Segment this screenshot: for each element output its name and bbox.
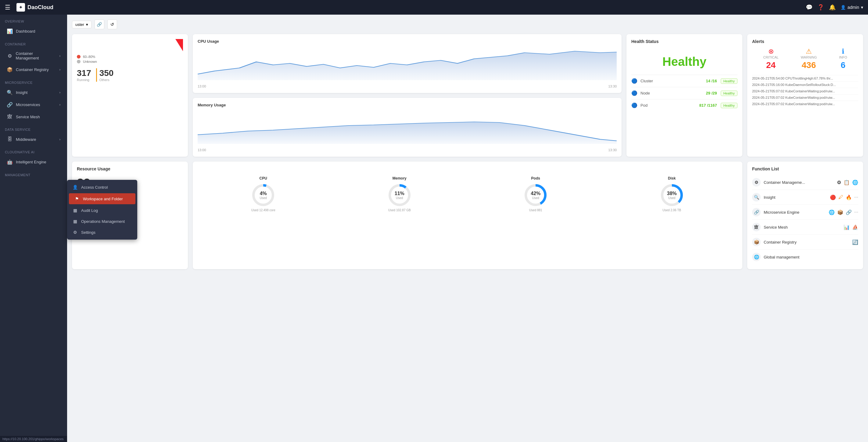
fn-icon-chain[interactable]: 🔗 xyxy=(846,210,852,215)
sidebar-item-service-mesh[interactable]: 🕸 Service Mesh xyxy=(2,111,65,123)
resource-title: Resource Usage xyxy=(77,166,183,171)
cluster-arrow: ▾ xyxy=(86,22,88,27)
messages-icon[interactable]: 💬 xyxy=(806,4,812,11)
section-label-microservice: Microservice xyxy=(0,76,67,86)
warning-label: WARNING xyxy=(801,56,817,59)
node-row-icon: 🔵 xyxy=(631,90,638,96)
fn-icon-globe[interactable]: 🌐 xyxy=(852,180,858,185)
memory-chart-title: Memory Usage xyxy=(198,103,617,107)
service-mesh-icon: 🕸 xyxy=(7,114,13,120)
memory-gauge-label: Memory xyxy=(393,176,407,181)
health-cluster-row: 🔵 Cluster 14 /16 Healthy xyxy=(631,75,738,87)
fn-dots-microservice[interactable]: ··· xyxy=(854,210,858,215)
sidebar-item-intelligent-engine[interactable]: 🤖 Intelligent Engine xyxy=(2,156,65,168)
alert-log-2: 2024-05-21T05:07:02 KubeContainerWaiting… xyxy=(752,88,858,94)
fn-icon-chart[interactable]: 📊 xyxy=(844,224,850,230)
hamburger-menu[interactable]: ☰ xyxy=(5,4,10,11)
section-label-data-service: Data Service xyxy=(0,123,67,133)
fn-service-mesh-label: Service Mesh xyxy=(764,225,844,229)
dropdown-item-operations-management[interactable]: ▦ Operations Management xyxy=(67,216,137,227)
user-avatar-icon: 👤 xyxy=(841,5,846,10)
fn-insight-label: Insight xyxy=(764,195,830,200)
fn-microservice-label: Microservice Engine xyxy=(764,210,829,215)
others-label: Others xyxy=(99,78,114,82)
cluster-badge: Healthy xyxy=(721,78,738,84)
dropdown-item-access-control[interactable]: 👤 Access Control xyxy=(67,182,137,193)
cpu-gauge-label-sub: Used xyxy=(260,196,267,200)
warning-count: 436 xyxy=(801,60,817,70)
access-control-icon: 👤 xyxy=(72,185,78,190)
help-icon[interactable]: ❓ xyxy=(817,4,824,11)
sidebar-item-label: Service Mesh xyxy=(16,115,40,119)
fn-icon-grid[interactable]: 📋 xyxy=(844,180,850,185)
fn-icon-sail[interactable]: ⛵ xyxy=(852,224,858,230)
registry-icon: 📦 xyxy=(7,67,13,72)
dropdown-item-settings[interactable]: ⚙ Settings xyxy=(67,227,137,238)
dropdown-item-label: Operations Management xyxy=(81,219,125,224)
section-label-cloudnative-ai: CloudNative AI xyxy=(0,146,67,156)
fn-icon-box[interactable]: 📦 xyxy=(837,210,843,215)
fn-container-registry-label: Container Registry xyxy=(764,240,852,245)
dashboard-icon: 📊 xyxy=(7,28,13,34)
fn-dots-insight[interactable]: ··· xyxy=(854,194,858,200)
main-content: uster ▾ 🔗 ↺ 60–80% xyxy=(67,14,868,442)
health-pod-row: 🔵 Pod 817 /1167 Healthy xyxy=(631,99,738,111)
cluster-total: /16 xyxy=(712,78,717,83)
dropdown-item-audit-log[interactable]: ▦ Audit Log xyxy=(67,205,137,216)
sidebar-item-middleware[interactable]: 🗄 Middleware › xyxy=(2,133,65,145)
section-label-management: Management xyxy=(0,168,67,179)
function-row-microservice-engine: 🔗 Microservice Engine 🌐 📦 🔗 ··· xyxy=(752,205,858,220)
fn-icon-red-circle[interactable]: 🔴 xyxy=(830,194,836,200)
cpu-time-end: 13:30 xyxy=(608,85,617,88)
refresh-icon-btn[interactable]: ↺ xyxy=(107,20,117,29)
function-row-service-mesh: 🕸 Service Mesh 📊 ⛵ xyxy=(752,220,858,235)
critical-count: 24 xyxy=(763,60,778,70)
dropdown-item-label: Access Control xyxy=(81,185,108,190)
fn-icon-gear[interactable]: ⚙ xyxy=(837,180,841,185)
cluster-select[interactable]: uster ▾ xyxy=(72,21,92,28)
health-status-value: Healthy xyxy=(631,49,738,75)
pods-detail: Used 881 xyxy=(529,209,542,212)
fn-service-mesh-icon: 🕸 xyxy=(752,223,761,231)
fn-icon-refresh[interactable]: 🔄 xyxy=(852,239,858,245)
fn-icon-globe2[interactable]: 🌐 xyxy=(829,210,835,215)
cluster-current: 14 xyxy=(706,78,710,83)
user-menu[interactable]: 👤 admin ▾ xyxy=(841,5,863,10)
dropdown-item-workspace-folder[interactable]: ⚑ Workspace and Folder xyxy=(69,193,135,204)
info-count: 6 xyxy=(839,60,847,70)
sidebar-item-insight[interactable]: 🔍 Insight › xyxy=(2,87,65,98)
topology-icon-btn[interactable]: 🔗 xyxy=(95,20,104,29)
audit-log-icon: ▦ xyxy=(72,208,78,213)
section-label-container: Container xyxy=(0,37,67,48)
alert-log-0: 2024-05-21T05:54:00 CPUThrottlingHigh:67… xyxy=(752,75,858,82)
sidebar-item-container-management[interactable]: ⚙ Container Management › xyxy=(2,48,65,63)
function-row-insight: 🔍 Insight 🔴 🖊 🔥 ··· xyxy=(752,190,858,205)
pod-badge: Healthy xyxy=(721,103,738,108)
info-icon: ℹ xyxy=(839,48,847,56)
mem-time-end: 13:30 xyxy=(608,148,617,152)
health-title: Health Status xyxy=(631,39,738,44)
pods-gauge-percent: 42% xyxy=(531,191,540,196)
sidebar-section-management: Management xyxy=(0,168,67,179)
cpu-gauge-percent: 4% xyxy=(260,191,267,196)
pod-total: /1167 xyxy=(707,103,717,107)
function-row-global-mgmt: 🌐 Global management xyxy=(752,250,858,264)
sidebar-item-dashboard[interactable]: 📊 Dashboard xyxy=(2,25,65,37)
sidebar-item-label: Dashboard xyxy=(16,29,35,34)
settings-icon: ⚙ xyxy=(72,230,78,235)
sidebar-item-microservices[interactable]: 🔗 Microservices › xyxy=(2,99,65,110)
cpu-time-start: 13:00 xyxy=(198,85,206,88)
sidebar-item-container-registry[interactable]: 📦 Container Registry › xyxy=(2,64,65,75)
notifications-icon[interactable]: 🔔 xyxy=(829,4,836,11)
sidebar-item-label: Intelligent Engine xyxy=(16,160,46,164)
brand-logo: ✦ DaoCloud xyxy=(17,3,53,11)
fn-icon-fire[interactable]: 🔥 xyxy=(846,194,852,200)
memory-gauge-sub: Used xyxy=(395,196,404,200)
cpu-detail: Used 12.498 core xyxy=(251,209,275,212)
info-label: INFO xyxy=(839,56,847,59)
fn-container-mgmt-icon: ⚙ xyxy=(752,178,761,187)
sidebar: Overview 📊 Dashboard Container ⚙ Contain… xyxy=(0,14,67,442)
fn-icon-pencil[interactable]: 🖊 xyxy=(838,194,843,200)
arrow-icon: › xyxy=(60,68,60,71)
disk-gauge: Disk 38% Used Used 2.06 TB xyxy=(606,176,738,212)
